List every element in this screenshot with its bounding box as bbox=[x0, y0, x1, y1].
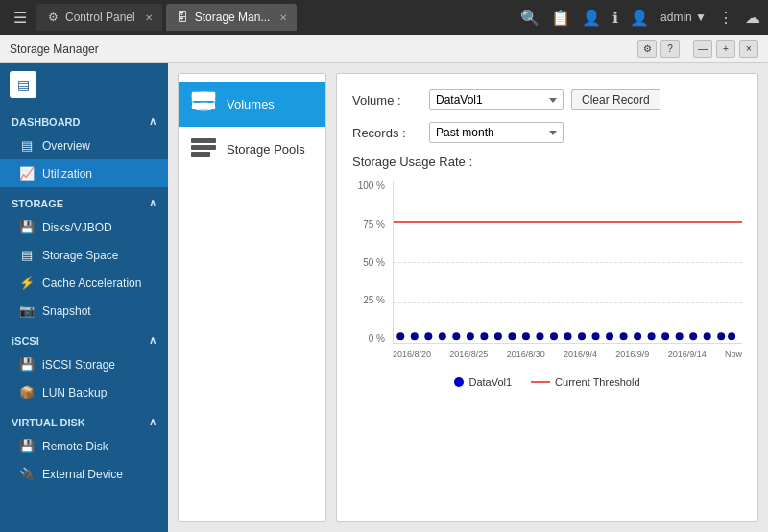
section-header-dashboard: DASHBOARD ∧ bbox=[0, 108, 168, 132]
help-button[interactable]: ? bbox=[660, 40, 680, 58]
x-label-1: 2016/8/25 bbox=[449, 350, 488, 359]
notification-icon[interactable]: 👤 bbox=[582, 9, 601, 27]
tab-control-panel-close[interactable]: ✕ bbox=[145, 12, 153, 23]
content-area: Volumes Storage Pools Volume : bbox=[168, 63, 768, 532]
legend-datavol: DataVol1 bbox=[454, 376, 512, 388]
sidebar-item-utilization[interactable]: 📈 Utilization bbox=[0, 159, 168, 187]
legend-threshold-label: Current Threshold bbox=[555, 376, 639, 388]
info-icon[interactable]: ℹ bbox=[612, 9, 618, 27]
clear-record-button[interactable]: Clear Record bbox=[571, 89, 660, 110]
svg-point-11 bbox=[411, 332, 419, 340]
app-bar-buttons: ⚙ ? — + × bbox=[637, 40, 758, 58]
legend-datavol-label: DataVol1 bbox=[468, 376, 512, 388]
section-header-iscsi: iSCSI ∧ bbox=[0, 326, 168, 351]
sidebar-item-lun-backup-label: LUN Backup bbox=[42, 386, 107, 399]
svg-point-22 bbox=[564, 332, 572, 340]
more-icon[interactable]: ⋮ bbox=[718, 9, 733, 27]
utilization-icon: 📈 bbox=[19, 166, 35, 181]
svg-point-15 bbox=[467, 332, 474, 340]
y-label-75: 75 % bbox=[363, 219, 385, 230]
y-axis: 100 % 75 % 50 % 25 % 0 % bbox=[352, 181, 391, 344]
stack-icon[interactable]: 📋 bbox=[551, 9, 570, 27]
cloud-icon[interactable]: ☁ bbox=[745, 9, 760, 27]
sidebar-item-remote-disk[interactable]: 💾 Remote Disk bbox=[0, 432, 168, 460]
sidebar-item-cache-label: Cache Acceleration bbox=[42, 277, 141, 290]
storage-pools-icon bbox=[190, 136, 217, 162]
x-label-2: 2016/8/30 bbox=[507, 350, 545, 359]
top-bar: ☰ ⚙ Control Panel ✕ 🗄 Storage Man... ✕ 🔍… bbox=[0, 0, 768, 35]
legend-threshold-line bbox=[531, 381, 550, 383]
hamburger-button[interactable]: ☰ bbox=[8, 5, 33, 31]
sidebar-item-overview-label: Overview bbox=[42, 139, 90, 153]
svg-point-28 bbox=[648, 332, 656, 340]
remote-disk-icon: 💾 bbox=[19, 439, 35, 453]
tab-control-panel[interactable]: ⚙ Control Panel ✕ bbox=[36, 4, 162, 31]
svg-point-14 bbox=[452, 332, 460, 340]
svg-point-18 bbox=[508, 332, 516, 340]
svg-point-25 bbox=[606, 332, 613, 340]
y-label-25: 25 % bbox=[363, 295, 385, 305]
section-header-virtual-disk: VIRTUAL DISK ∧ bbox=[0, 408, 168, 432]
sidebar-item-external-device-label: External Device bbox=[42, 468, 123, 481]
tab-storage-manager-close[interactable]: ✕ bbox=[279, 12, 287, 23]
sidebar-logo[interactable]: ▤ bbox=[10, 71, 36, 98]
svg-point-31 bbox=[689, 332, 697, 340]
search-icon[interactable]: 🔍 bbox=[520, 9, 540, 27]
sidebar-item-cache[interactable]: ⚡ Cache Acceleration bbox=[0, 269, 168, 297]
svg-point-13 bbox=[439, 332, 446, 340]
sidebar-item-disks[interactable]: 💾 Disks/VJBOD bbox=[0, 213, 168, 241]
volume-controls: DataVol1 DataVol2 Clear Record bbox=[429, 89, 660, 110]
svg-point-24 bbox=[592, 332, 600, 340]
close-button[interactable]: × bbox=[739, 40, 758, 58]
sidebar-item-external-device[interactable]: 🔌 External Device bbox=[0, 460, 168, 488]
records-row: Records : Past month Past week Past 3 mo… bbox=[352, 122, 742, 143]
sidebar-item-snapshot-label: Snapshot bbox=[42, 304, 91, 318]
sidebar-item-snapshot[interactable]: 📷 Snapshot bbox=[0, 297, 168, 325]
chart-legend: DataVol1 Current Threshold bbox=[352, 376, 742, 388]
admin-label[interactable]: admin ▼ bbox=[660, 11, 707, 24]
svg-point-29 bbox=[661, 332, 669, 340]
volume-select[interactable]: DataVol1 DataVol2 bbox=[429, 89, 564, 110]
minimize-button[interactable]: — bbox=[693, 40, 712, 58]
cache-icon: ⚡ bbox=[19, 276, 35, 290]
right-panel: Volume : DataVol1 DataVol2 Clear Record … bbox=[336, 73, 758, 522]
svg-point-21 bbox=[550, 332, 558, 340]
records-select[interactable]: Past month Past week Past 3 months bbox=[429, 122, 564, 143]
profile-icon[interactable]: 👤 bbox=[630, 9, 649, 27]
panel-item-volumes[interactable]: Volumes bbox=[179, 82, 325, 127]
svg-point-30 bbox=[676, 332, 684, 340]
x-label-3: 2016/9/4 bbox=[564, 350, 597, 359]
volumes-icon bbox=[190, 91, 217, 117]
volume-row: Volume : DataVol1 DataVol2 Clear Record bbox=[352, 89, 742, 110]
panel-item-storage-pools-label: Storage Pools bbox=[227, 142, 305, 157]
chart-container: 100 % 75 % 50 % 25 % 0 % bbox=[352, 181, 742, 373]
svg-point-17 bbox=[494, 332, 502, 340]
svg-point-20 bbox=[536, 332, 543, 340]
y-label-0: 0 % bbox=[369, 333, 385, 344]
add-button[interactable]: + bbox=[716, 40, 735, 58]
tab-storage-manager[interactable]: 🗄 Storage Man... ✕ bbox=[166, 4, 298, 31]
legend-threshold: Current Threshold bbox=[531, 376, 639, 388]
panel-item-storage-pools[interactable]: Storage Pools bbox=[179, 127, 325, 172]
overview-icon: ▤ bbox=[19, 138, 35, 153]
svg-rect-7 bbox=[191, 138, 216, 143]
snapshot-icon: 📷 bbox=[19, 303, 35, 318]
sidebar-item-lun-backup[interactable]: 📦 LUN Backup bbox=[0, 378, 168, 406]
disks-icon: 💾 bbox=[19, 220, 35, 234]
control-panel-icon: ⚙ bbox=[46, 11, 60, 24]
sidebar-item-utilization-label: Utilization bbox=[42, 167, 92, 181]
svg-rect-8 bbox=[191, 145, 216, 150]
settings-button[interactable]: ⚙ bbox=[637, 40, 657, 58]
main-layout: ▤ DASHBOARD ∧ ▤ Overview 📈 Utilization S… bbox=[0, 63, 768, 532]
storage-space-icon: ▤ bbox=[19, 248, 35, 262]
svg-point-12 bbox=[424, 332, 432, 340]
sidebar-item-iscsi-storage[interactable]: 💾 iSCSI Storage bbox=[0, 351, 168, 378]
sidebar-item-storage-space[interactable]: ▤ Storage Space bbox=[0, 241, 168, 269]
sidebar-item-overview[interactable]: ▤ Overview bbox=[0, 132, 168, 159]
sidebar-item-storage-space-label: Storage Space bbox=[42, 249, 118, 262]
section-header-storage: STORAGE ∧ bbox=[0, 189, 168, 213]
sidebar-item-iscsi-storage-label: iSCSI Storage bbox=[42, 358, 115, 372]
top-bar-right: 🔍 📋 👤 ℹ 👤 admin ▼ ⋮ ☁ bbox=[520, 9, 760, 27]
svg-point-34 bbox=[728, 332, 735, 340]
svg-point-26 bbox=[620, 332, 628, 340]
